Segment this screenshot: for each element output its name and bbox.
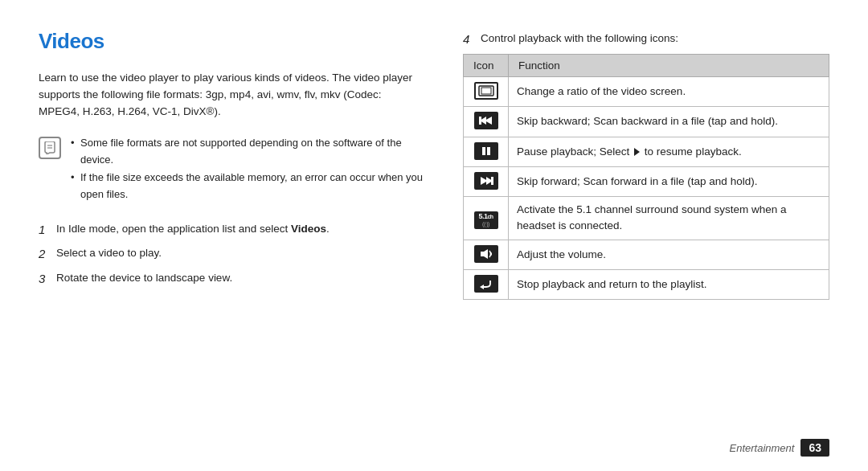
skip-forward-icon [474,172,498,190]
steps-list: 1 In Idle mode, open the application lis… [39,221,424,289]
icon-cell-volume [464,240,509,269]
step-1: 1 In Idle mode, open the application lis… [39,221,424,240]
footer-label: Entertainment [729,442,794,454]
function-skip-backward: Skip backward; Scan backward in a file (… [509,107,829,137]
step-4-num: 4 [463,32,476,46]
step-2-text: Select a video to play. [56,245,162,261]
surround-icon: 5.1ch ((·)) [474,211,498,229]
intro-text: Learn to use the video player to play va… [39,70,424,121]
table-row: Skip backward; Scan backward in a file (… [464,107,829,137]
table-row: Change a ratio of the video screen. [464,77,829,107]
function-aspect-ratio: Change a ratio of the video screen. [509,77,829,107]
icon-cell-pause [464,137,509,166]
svg-marker-12 [481,249,488,259]
col-icon: Icon [464,55,509,77]
table-row: Skip forward; Scan forward in a file (ta… [464,166,829,196]
page-title: Videos [39,29,424,54]
icon-cell-aspect-ratio [464,77,509,107]
step-3: 3 Rotate the device to landscape view. [39,270,424,289]
svg-rect-3 [481,88,491,94]
svg-rect-7 [482,147,485,155]
step-2: 2 Select a video to play. [39,245,424,264]
volume-icon [474,245,498,263]
step-3-text: Rotate the device to landscape view. [56,270,232,286]
left-column: Videos Learn to use the video player to … [39,29,424,442]
function-volume: Adjust the volume. [509,240,829,269]
table-row: Adjust the volume. [464,240,829,269]
table-row: Stop playback and return to the playlist… [464,269,829,299]
note-box: Some file formats are not supported depe… [39,135,424,205]
note-item-1: Some file formats are not supported depe… [69,135,424,169]
note-icon [39,137,61,159]
table-row: Pause playback; Select to resume playbac… [464,137,829,166]
icon-cell-skip-backward [464,107,509,137]
function-return: Stop playback and return to the playlist… [509,269,829,299]
right-column: 4 Control playback with the following ic… [463,29,829,442]
function-surround: Activate the 5.1 channel surround sound … [509,197,829,240]
step-2-num: 2 [39,245,51,264]
step-4-label: 4 Control playback with the following ic… [463,32,829,46]
function-skip-forward: Skip forward; Scan forward in a file (ta… [509,166,829,196]
skip-backward-icon [474,112,498,129]
svg-rect-8 [487,147,490,155]
note-content: Some file formats are not supported depe… [69,135,424,205]
note-item-2: If the file size exceeds the available m… [69,170,424,203]
col-function: Function [509,55,829,77]
table-row: 5.1ch ((·)) Activate the 5.1 channel sur… [464,197,829,240]
return-icon [474,275,498,293]
footer-page-number: 63 [800,439,829,457]
icon-cell-return [464,269,509,299]
svg-marker-13 [480,285,484,289]
step-1-num: 1 [39,221,51,240]
page-footer: Entertainment 63 [729,439,829,457]
step-4-text: Control playback with the following icon… [481,32,678,44]
function-pause: Pause playback; Select to resume playbac… [509,137,829,166]
step-3-num: 3 [39,270,51,289]
icon-cell-skip-forward [464,166,509,196]
icon-cell-surround: 5.1ch ((·)) [464,197,509,240]
icons-table: Icon Function Change a rati [463,54,829,300]
step-1-text: In Idle mode, open the application list … [56,221,330,237]
pause-icon [474,142,498,160]
aspect-ratio-icon [474,82,498,100]
